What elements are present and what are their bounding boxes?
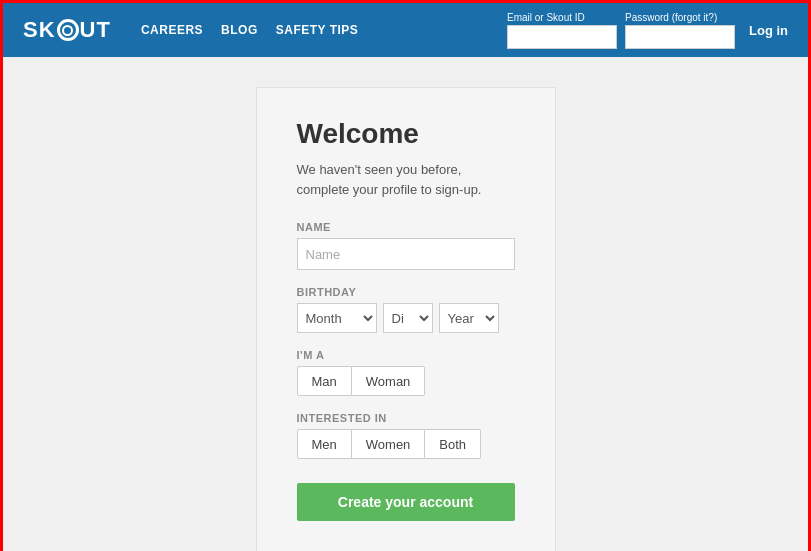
password-input[interactable] — [625, 25, 735, 49]
nav-careers[interactable]: CAREERS — [141, 23, 203, 37]
logo-sk-text: SK — [23, 17, 56, 43]
nav-safety-tips[interactable]: SAFETY TIPS — [276, 23, 359, 37]
birthday-month-select[interactable]: Month JanuaryFebruaryMarch AprilMayJune … — [297, 303, 377, 333]
header: SK UT CAREERS BLOG SAFETY TIPS Email or … — [3, 3, 808, 57]
interested-toggle-group: Men Women Both — [297, 429, 515, 459]
birthday-label: BIRTHDAY — [297, 286, 515, 298]
logo-ut-text: UT — [80, 17, 111, 43]
header-right: Email or Skout ID Password (forgot it?) … — [507, 12, 788, 49]
interested-both-button[interactable]: Both — [424, 429, 481, 459]
logo-circle-icon — [57, 19, 79, 41]
ima-man-button[interactable]: Man — [297, 366, 352, 396]
email-label: Email or Skout ID — [507, 12, 585, 23]
main-nav: CAREERS BLOG SAFETY TIPS — [141, 23, 507, 37]
welcome-subtitle: We haven't seen you before, complete you… — [297, 160, 515, 199]
birthday-row: Month JanuaryFebruaryMarch AprilMayJune … — [297, 303, 515, 333]
birthday-year-select[interactable]: Year — [439, 303, 499, 333]
interested-women-button[interactable]: Women — [351, 429, 426, 459]
ima-label: I'M A — [297, 349, 515, 361]
nav-blog[interactable]: BLOG — [221, 23, 258, 37]
ima-woman-button[interactable]: Woman — [351, 366, 426, 396]
interested-label: INTERESTED IN — [297, 412, 515, 424]
birthday-group: BIRTHDAY Month JanuaryFebruaryMarch Apri… — [297, 286, 515, 333]
name-label: NAME — [297, 221, 515, 233]
interested-men-button[interactable]: Men — [297, 429, 352, 459]
welcome-title: Welcome — [297, 118, 515, 150]
email-input[interactable] — [507, 25, 617, 49]
name-input[interactable] — [297, 238, 515, 270]
logo: SK UT — [23, 17, 111, 43]
password-label: Password (forgot it?) — [625, 12, 717, 23]
create-account-button[interactable]: Create your account — [297, 483, 515, 521]
ima-group: I'M A Man Woman — [297, 349, 515, 396]
interested-group: INTERESTED IN Men Women Both — [297, 412, 515, 459]
name-group: NAME — [297, 221, 515, 270]
main-content: Welcome We haven't seen you before, comp… — [3, 57, 808, 551]
password-field-group: Password (forgot it?) — [625, 12, 735, 49]
email-field-group: Email or Skout ID — [507, 12, 617, 49]
ima-toggle-group: Man Woman — [297, 366, 515, 396]
birthday-day-select[interactable]: Di — [383, 303, 433, 333]
signup-card: Welcome We haven't seen you before, comp… — [256, 87, 556, 551]
login-button[interactable]: Log in — [749, 23, 788, 38]
